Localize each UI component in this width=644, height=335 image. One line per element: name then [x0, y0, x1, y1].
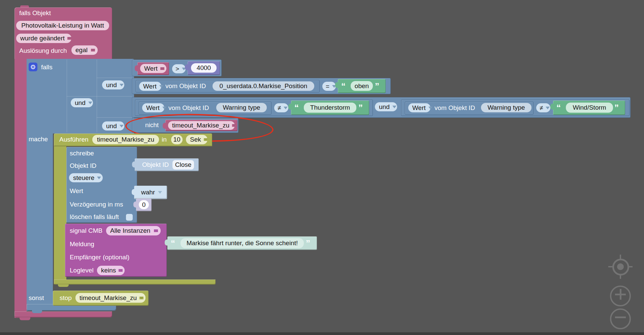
boolean-dropdown[interactable]: wahr: [137, 188, 165, 197]
stop-label: stop: [60, 294, 72, 302]
chevron-down-icon: [88, 102, 92, 104]
operator-dropdown[interactable]: ≠: [536, 103, 550, 112]
comparison-a[interactable]: Wert vom Objekt ID Warning type ≠ “ Thun…: [135, 100, 373, 116]
do-label: mache: [29, 136, 48, 143]
of-object-label: vom Objekt ID: [165, 82, 206, 90]
value-label: Wert: [144, 65, 158, 72]
puzzle-tab: [135, 65, 138, 71]
block-seam: [97, 78, 132, 78]
control-mode-dropdown[interactable]: steuere: [69, 173, 103, 182]
control-mode: steuere: [73, 174, 94, 182]
puzzle-tab: [132, 161, 135, 168]
block-seam: [97, 60, 97, 132]
timeout-delay-field[interactable]: 10: [171, 135, 183, 144]
object-id-shadow-field[interactable]: Close: [172, 160, 194, 170]
gear-icon[interactable]: ⚙: [29, 63, 37, 71]
of-object-label: vom Objekt ID: [168, 104, 209, 112]
crosshair-tick: [620, 275, 621, 279]
trigger-by-dropdown[interactable]: egal: [71, 45, 98, 55]
and-dropdown-2[interactable]: und: [102, 121, 124, 131]
value-block[interactable]: Wert: [137, 62, 169, 75]
stop-timeout-name: timeout_Markise_zu: [79, 294, 137, 302]
chevron-down-icon: [392, 106, 396, 108]
minus-icon: [615, 317, 626, 318]
chevron-down-icon: [120, 84, 124, 86]
string-field[interactable]: Thunderstorm: [304, 103, 356, 113]
puzzle-tab: [133, 201, 137, 208]
and-dropdown-outer[interactable]: und: [71, 98, 93, 107]
chevron-down-icon: [162, 107, 166, 109]
operator-label: =: [326, 83, 329, 90]
value-dropdown[interactable]: Wert: [408, 103, 430, 112]
string-block[interactable]: “ oben ”: [338, 79, 386, 93]
trigger-block-bottom: [14, 311, 112, 318]
blockly-workspace[interactable]: falls Objekt Photovoltaik-Leistung in Wa…: [0, 0, 644, 335]
operator-label: ≠: [278, 104, 281, 112]
string-field[interactable]: oben: [351, 81, 373, 91]
quote-open-icon: “: [294, 103, 299, 112]
quote-open-icon: “: [171, 239, 175, 248]
operator-dropdown[interactable]: >: [172, 64, 186, 73]
object-id-field[interactable]: Warning type: [481, 103, 532, 112]
crosshair-tick: [620, 255, 621, 259]
value-label: Wert: [146, 104, 160, 112]
operator-label: ≠: [540, 104, 543, 112]
delay-number-field[interactable]: 0: [139, 200, 149, 209]
control-title: schreibe: [70, 150, 94, 157]
and-label: und: [106, 81, 117, 89]
string-block[interactable]: “ Wind/Storm ”: [553, 101, 625, 115]
condition-row2[interactable]: Wert vom Objekt ID 0_userdata.0.Markise_…: [132, 78, 391, 94]
chevron-down-icon: [204, 138, 208, 141]
and-label: und: [75, 99, 86, 107]
quote-close-icon: ”: [306, 239, 310, 248]
trigger-event-dropdown[interactable]: wurde geändert: [16, 34, 71, 43]
object-id-shadow-block[interactable]: Objekt ID Close: [135, 158, 199, 171]
trigger-object-field[interactable]: Photovoltaik-Leistung in Watt: [16, 21, 109, 30]
quote-open-icon: “: [341, 82, 346, 90]
signal-loglevel-dropdown[interactable]: keins: [97, 266, 125, 275]
value-dropdown[interactable]: Wert: [140, 64, 166, 73]
stop-timeout-dropdown[interactable]: timeout_Markise_zu: [75, 293, 146, 303]
string-block[interactable]: “ Thunderstorm ”: [291, 101, 369, 115]
timeout-stop-block[interactable]: stop timeout_Markise_zu: [53, 291, 149, 306]
crosshair-dot: [617, 263, 624, 270]
value-dropdown[interactable]: Wert: [142, 103, 164, 112]
chevron-down-icon: [160, 67, 164, 70]
comparison-b[interactable]: Wert vom Objekt ID Warning type ≠ “ Wind…: [401, 100, 630, 116]
timeout-unit-dropdown[interactable]: Sek: [186, 135, 207, 144]
quote-close-icon: ”: [614, 103, 619, 112]
signal-instance-dropdown[interactable]: Alle Instanzen: [106, 226, 161, 235]
timeout-exec-bottom: [54, 280, 216, 285]
chevron-down-icon: [97, 177, 101, 179]
control-state-block[interactable]: schreibe Objekt ID steuere Wert Verzöger…: [66, 147, 137, 223]
message-field[interactable]: Markise fährt runter, die Sonne scheint!: [181, 238, 304, 248]
message-string-block[interactable]: “ Markise fährt runter, die Sonne schein…: [167, 236, 317, 250]
puzzle-tab: [165, 239, 168, 246]
control-object-id-label: Objekt ID: [70, 162, 96, 170]
signal-block[interactable]: signal CMB Alle Instanzen Meldung Empfän…: [65, 224, 167, 277]
number-field[interactable]: 4000: [191, 63, 217, 73]
in-label: in: [162, 136, 167, 143]
value-dropdown[interactable]: Wert: [139, 82, 161, 91]
chevron-down-icon: [546, 107, 550, 109]
puzzle-tab: [132, 189, 135, 195]
clear-running-checkbox[interactable]: [126, 214, 133, 221]
operator-dropdown[interactable]: ≠: [274, 103, 288, 112]
operator-dropdown[interactable]: =: [322, 82, 336, 91]
boolean-block[interactable]: wahr: [134, 186, 167, 199]
plus-icon: [620, 289, 621, 300]
chevron-down-icon: [428, 107, 432, 109]
timeout-name-field[interactable]: timeout_Markise_zu: [92, 135, 159, 144]
and-dropdown-row3[interactable]: und: [375, 102, 397, 111]
number-block[interactable]: 4000: [188, 61, 220, 75]
object-id-field[interactable]: Warning type: [216, 103, 267, 112]
timeout-exec-block[interactable]: Ausführen timeout_Markise_zu in 10 Sek: [54, 134, 212, 146]
object-id-field[interactable]: 0_userdata.0.Markise_Position: [213, 81, 314, 91]
quote-close-icon: ”: [358, 103, 363, 112]
condition-row1[interactable]: Wert > 4000: [132, 60, 222, 76]
delay-number-block[interactable]: 0: [136, 198, 152, 211]
chevron-down-icon: [119, 269, 123, 272]
of-object-label: vom Objekt ID: [434, 104, 475, 112]
string-field[interactable]: Wind/Storm: [566, 103, 613, 113]
and-dropdown-1[interactable]: und: [102, 80, 124, 89]
